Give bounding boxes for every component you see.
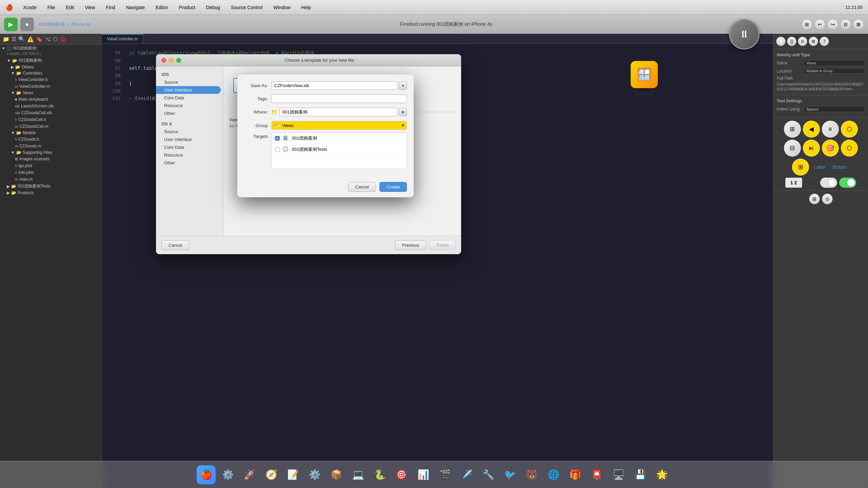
- location-value[interactable]: Relative to Group: [804, 68, 865, 74]
- dock-display[interactable]: 🖥️: [609, 465, 628, 484]
- menu-xcode[interactable]: Xcode: [21, 4, 39, 11]
- dock-ftp[interactable]: 💾: [631, 465, 650, 484]
- menu-navigate[interactable]: Navigate: [124, 4, 147, 11]
- ios-source[interactable]: Source: [156, 78, 223, 86]
- menu-file[interactable]: File: [45, 4, 57, 11]
- sidebar-item-images[interactable]: ⊞ Images.xcassets: [0, 156, 101, 162]
- toolbar-btn-5[interactable]: ⊠: [853, 19, 864, 30]
- where-select[interactable]: 001团购案例: [279, 108, 397, 116]
- icon-btn-5[interactable]: ⊟: [784, 140, 801, 157]
- sidebar-item-launchscreen[interactable]: xib LaunchScreen.xib: [0, 103, 101, 109]
- sidebar-search-icon[interactable]: 🔍: [18, 36, 25, 42]
- sidebar-group-views[interactable]: ▼ 📂 Views: [0, 90, 101, 96]
- sidebar-breakpoint-icon[interactable]: ⬡: [53, 36, 58, 42]
- toolbar-btn-3[interactable]: ↪: [827, 19, 838, 30]
- dock-star[interactable]: 🌟: [652, 465, 671, 484]
- sidebar-item-czgoods-h[interactable]: h CZGoods.h: [0, 136, 101, 143]
- stop-button[interactable]: ■: [20, 18, 34, 31]
- template-cancel-button[interactable]: Cancel: [161, 240, 189, 250]
- menu-window[interactable]: Window: [271, 4, 292, 11]
- sidebar-item-main-m[interactable]: m main.m: [0, 176, 101, 183]
- menu-view[interactable]: View: [83, 4, 97, 11]
- pause-button[interactable]: ⏸: [729, 19, 760, 49]
- breadcrumb-device[interactable]: iPhone 4s: [71, 22, 91, 27]
- dock-bear[interactable]: 🐻: [522, 465, 541, 484]
- dock-chart[interactable]: 📊: [414, 465, 433, 484]
- save-cancel-button[interactable]: Cancel: [348, 182, 376, 192]
- dock-gift[interactable]: 🎁: [566, 465, 585, 484]
- icon-number-1[interactable]: 1 2: [785, 178, 802, 188]
- sidebar-item-czgoods-m[interactable]: m CZGoods.m: [0, 143, 101, 149]
- icon-btn-8[interactable]: ⬡: [841, 140, 858, 157]
- dock-xcode[interactable]: ⚙️: [305, 465, 324, 484]
- dock-python[interactable]: 🐍: [370, 465, 389, 484]
- sidebar-debug-icon[interactable]: 🐞: [60, 36, 66, 42]
- active-tab[interactable]: ViewController.m: [102, 34, 143, 43]
- toolbar-btn-2[interactable]: ↩: [814, 19, 825, 30]
- save-as-input[interactable]: [271, 81, 397, 90]
- toggle-off[interactable]: [820, 178, 837, 188]
- toolbar-btn-1[interactable]: ⊞: [802, 19, 812, 30]
- toolbar-btn-4[interactable]: ⊟: [840, 19, 851, 30]
- menu-debug[interactable]: Debug: [204, 4, 222, 11]
- template-previous-button[interactable]: Previous: [395, 240, 427, 250]
- sidebar-group-models[interactable]: ▼ 📂 Models: [0, 130, 101, 136]
- minimize-button[interactable]: [169, 58, 174, 63]
- sidebar-item-viewcontroller-m[interactable]: m ViewController.m: [0, 83, 101, 90]
- dock-twitter[interactable]: 🐦: [500, 465, 519, 484]
- button-text[interactable]: Button: [830, 159, 849, 176]
- sidebar-folder-icon[interactable]: 📁: [3, 36, 9, 42]
- ios-user-interface[interactable]: User Interface: [156, 86, 221, 94]
- menu-edit[interactable]: Edit: [64, 4, 76, 11]
- dock-target[interactable]: 🎯: [392, 465, 411, 484]
- sidebar-group-others[interactable]: ▶ 📂 Others: [0, 64, 101, 70]
- dock-terminal[interactable]: 💻: [349, 465, 368, 484]
- osx-resource[interactable]: Resource: [156, 151, 223, 159]
- dock-finder[interactable]: 🍎: [197, 465, 216, 484]
- inspector-btn-2[interactable]: {}: [787, 37, 796, 46]
- menu-product[interactable]: Product: [177, 4, 197, 11]
- icon-btn-4[interactable]: ⬡: [841, 121, 858, 138]
- sidebar-item-info-plist[interactable]: ≡ Info.plist: [0, 169, 101, 176]
- sidebar-item-tgs-plist[interactable]: ≡ tgs.plist: [0, 162, 101, 169]
- apple-menu[interactable]: 🍎: [5, 4, 13, 11]
- inspector-btn-4[interactable]: ⊞: [809, 37, 818, 46]
- maximize-button[interactable]: [176, 58, 181, 63]
- name-value[interactable]: Views: [804, 60, 865, 66]
- dock-tools[interactable]: 🔧: [479, 465, 498, 484]
- target-checkbox-1[interactable]: [275, 136, 280, 141]
- sidebar-group-project[interactable]: ▼ 📂 001团购案例: [0, 57, 101, 64]
- inspector-btn-3[interactable]: ⊙: [798, 37, 807, 46]
- ios-resource[interactable]: Resource: [156, 102, 223, 109]
- text-label[interactable]: Text: [804, 180, 818, 185]
- osx-core-data[interactable]: Core Data: [156, 143, 223, 151]
- sidebar-group-products[interactable]: ▶ 📂 Products: [0, 190, 101, 196]
- menu-find[interactable]: Find: [104, 4, 117, 11]
- sidebar-bookmark-icon[interactable]: 🔖: [36, 36, 43, 42]
- label-text[interactable]: Label: [811, 159, 828, 176]
- indent-value[interactable]: Spaces: [804, 106, 865, 112]
- sidebar-item-main-storyboard[interactable]: ■ Main.storyboard: [0, 96, 101, 103]
- icon-btn-9[interactable]: ⊞: [792, 159, 809, 176]
- menu-editor[interactable]: Editor: [154, 4, 170, 11]
- sidebar-item-czgoodscell-m[interactable]: m CZGoodsCell.m: [0, 123, 101, 130]
- inspector-btn-1[interactable]: 📄: [776, 37, 786, 46]
- sidebar-group-controllers[interactable]: ▼ 📂 Controllers: [0, 70, 101, 76]
- osx-source[interactable]: Source: [156, 128, 223, 136]
- dock-globe[interactable]: 🌐: [544, 465, 563, 484]
- dock-notes[interactable]: 📝: [283, 465, 302, 484]
- menu-source-control[interactable]: Source Control: [229, 4, 264, 11]
- sidebar-project-root[interactable]: ▼ ⬛ 001团购案例: [0, 45, 101, 52]
- save-create-button[interactable]: Create: [379, 182, 407, 192]
- icon-btn-2[interactable]: ◀: [803, 121, 820, 138]
- sidebar-item-viewcontroller-h[interactable]: h ViewController.h: [0, 76, 101, 83]
- osx-user-interface[interactable]: User Interface: [156, 136, 223, 143]
- dock-appstore[interactable]: 📦: [327, 465, 346, 484]
- close-button[interactable]: [161, 58, 166, 63]
- sidebar-group-supporting[interactable]: ▼ 📂 Supporting Files: [0, 149, 101, 156]
- run-button[interactable]: ▶: [4, 18, 18, 31]
- group-dropdown[interactable]: 📂 Views ▾: [271, 121, 407, 130]
- sidebar-list-icon[interactable]: ☰: [12, 36, 16, 42]
- save-as-dropdown[interactable]: ▾: [399, 82, 407, 90]
- icon-btn-7[interactable]: 🎯: [822, 140, 839, 157]
